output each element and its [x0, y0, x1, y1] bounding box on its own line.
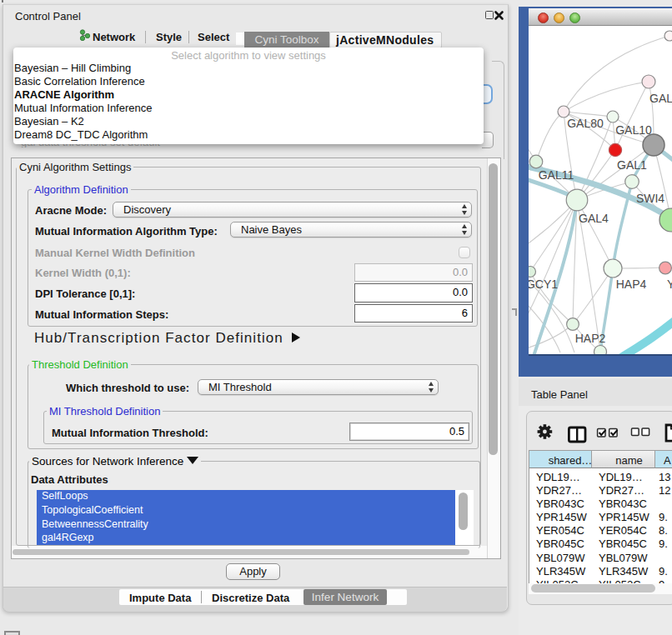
svg-text:GAL4: GAL4 — [579, 212, 609, 225]
svg-text:YJ: YJ — [667, 278, 672, 291]
svg-text:SWI4: SWI4 — [636, 192, 664, 205]
svg-text:GCY1: GCY1 — [529, 278, 558, 291]
svg-text:GAL1: GAL1 — [617, 158, 647, 172]
svg-text:HAP2: HAP2 — [575, 332, 606, 345]
svg-text:HAP4: HAP4 — [616, 278, 647, 291]
svg-text:GAL80: GAL80 — [567, 117, 604, 130]
svg-text:GAL11: GAL11 — [539, 168, 574, 182]
svg-text:GAL2: GAL2 — [649, 92, 672, 105]
svg-text:GAL10: GAL10 — [615, 123, 652, 137]
